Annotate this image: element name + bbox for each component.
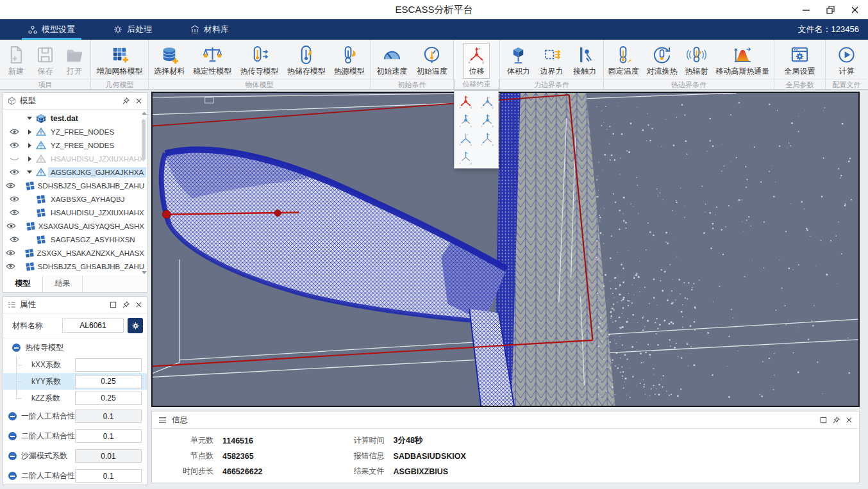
ribbon-button-contact-force[interactable]: 接触力	[570, 43, 599, 79]
collapse-arrow[interactable]	[25, 170, 34, 174]
ribbon-button-add-mesh-model[interactable]: 增加网格模型	[94, 43, 146, 79]
viewport-3d[interactable]	[151, 92, 860, 407]
displacement-option-7[interactable]: zxy	[457, 149, 474, 166]
ribbon-button-stability-model[interactable]: 稳定性模型	[190, 43, 235, 79]
displacement-option-2[interactable]: zxy	[479, 93, 496, 110]
ribbon-button-heat-source-model[interactable]: 热源模型	[331, 43, 368, 79]
tab-model[interactable]: 模型	[3, 276, 43, 292]
tab-material-library[interactable]: 材料库	[180, 19, 239, 40]
ribbon-group-label: 物体模型	[149, 79, 370, 90]
pin-icon[interactable]	[833, 417, 840, 424]
property-input[interactable]	[75, 410, 142, 423]
kyy-input[interactable]	[75, 375, 142, 388]
pin-icon[interactable]	[122, 301, 129, 308]
eye-closed-icon[interactable]	[3, 154, 25, 163]
expand-arrow[interactable]	[25, 117, 34, 120]
ribbon-button-select-material[interactable]: 选择材料	[151, 43, 188, 79]
collapse-section-icon[interactable]	[8, 472, 17, 480]
eye-icon[interactable]	[3, 168, 25, 176]
displacement-option-3[interactable]: zxy	[457, 112, 474, 128]
ribbon-button-body-force[interactable]: 体积力	[504, 43, 533, 79]
displacement-option-5[interactable]: zxy	[457, 131, 474, 147]
ribbon-button-heat-conduction-model[interactable]: 热传导模型	[237, 43, 281, 79]
restore-button[interactable]	[821, 2, 840, 17]
heat-conduction-section[interactable]: 热传导模型	[3, 338, 147, 356]
collapse-section-icon[interactable]	[8, 452, 17, 460]
ribbon-button-fixed-temperature[interactable]: 固定温度	[605, 43, 642, 79]
material-settings-button[interactable]	[128, 318, 143, 333]
ribbon-button-new[interactable]: 新建	[3, 43, 29, 79]
close-icon[interactable]	[846, 417, 853, 424]
kxx-input[interactable]	[75, 358, 142, 372]
tree-scrollbar[interactable]	[141, 112, 146, 274]
expand-arrow[interactable]	[25, 129, 34, 135]
svg-text:y: y	[470, 143, 472, 146]
tree-row[interactable]: YZ_FREE_NODES	[3, 125, 147, 138]
tree-row[interactable]: XAGBSXG_AYHAQBJ	[3, 192, 147, 206]
svg-text:y: y	[470, 162, 472, 165]
maximize-icon[interactable]	[820, 417, 827, 424]
tree-row[interactable]: XSAXGAUS_AISYAQSH_ASHX	[3, 219, 147, 233]
close-icon[interactable]	[135, 97, 142, 104]
scrollbar-thumb[interactable]	[142, 119, 146, 160]
tree-row[interactable]: ZSXGX_HSAKAZNZXK_AHASX	[3, 246, 147, 260]
property-input[interactable]	[75, 469, 142, 483]
pin-icon[interactable]	[122, 97, 129, 104]
tree-row-selected[interactable]: AGSGKJKG_GJHXAJKHXA	[3, 165, 147, 179]
ribbon-button-radiation[interactable]: 热辐射	[681, 43, 711, 79]
eye-icon[interactable]	[3, 208, 25, 217]
eye-icon[interactable]	[3, 141, 25, 149]
tab-model-settings[interactable]: 模型设置	[18, 19, 85, 40]
property-label: kXX系数	[31, 360, 75, 370]
tree-row[interactable]: SDHSBJZS_GHSABJHB_ZAHU	[3, 260, 147, 273]
property-input[interactable]	[75, 449, 142, 463]
ribbon-button-global-settings[interactable]: 全局设置	[781, 43, 819, 79]
eye-icon[interactable]	[3, 262, 19, 270]
displacement-option-4[interactable]: zxy	[479, 112, 496, 128]
eye-icon[interactable]	[3, 181, 19, 190]
ribbon-button-compute[interactable]: 计算	[833, 43, 860, 79]
tree-row[interactable]: HSAUHDISU_JZXIUXHAHX	[3, 152, 147, 165]
ribbon-button-initial-velocity[interactable]: 初始速度	[373, 43, 410, 79]
eye-icon[interactable]	[3, 195, 25, 203]
svg-text:z: z	[466, 114, 467, 117]
displacement-option-6[interactable]: zxy	[479, 131, 496, 147]
tree-row[interactable]: SAGFASGZ_ASYHHXSN	[3, 233, 147, 246]
tab-results[interactable]: 结果	[43, 276, 83, 292]
tab-post-processing[interactable]: 后处理	[103, 19, 162, 40]
eye-icon[interactable]	[3, 128, 25, 136]
ribbon-button-displacement[interactable]: zxy 位移	[463, 43, 490, 79]
property-input[interactable]	[75, 429, 142, 443]
tree-row[interactable]: YZ_FREE_NODES	[3, 138, 147, 152]
expand-arrow[interactable]	[25, 143, 34, 148]
tree-row[interactable]: HSAUHDISU_JZXIUXHAHX	[3, 206, 147, 219]
displacement-option-fix-xyz[interactable]: zxy	[457, 93, 474, 110]
eye-icon[interactable]	[3, 222, 19, 230]
maximize-icon[interactable]	[110, 301, 117, 308]
expand-arrow[interactable]	[25, 156, 34, 162]
post-processing-icon	[113, 25, 122, 34]
kzz-input[interactable]	[75, 392, 142, 405]
eye-icon[interactable]	[3, 235, 25, 244]
ribbon-button-moving-gaussian-heat-flux[interactable]: 移动高斯热通量	[712, 43, 772, 79]
ribbon-button-heat-storage-model[interactable]: 热储存模型	[284, 43, 329, 79]
ribbon-button-initial-temperature[interactable]: 初始温度	[413, 43, 451, 79]
ribbon-button-boundary-force[interactable]: 边界力	[537, 43, 567, 79]
collapse-section-icon[interactable]	[8, 432, 17, 440]
minimize-button[interactable]	[796, 2, 815, 17]
ribbon-button-open[interactable]: 打开	[62, 43, 88, 79]
collapse-section-icon[interactable]	[12, 344, 21, 352]
ribbon-button-convection[interactable]: 对流换热	[644, 43, 681, 79]
close-icon[interactable]	[135, 301, 142, 308]
close-button[interactable]	[845, 2, 864, 17]
initial-velocity-icon	[382, 45, 402, 65]
ribbon-group-label: 项目	[0, 79, 90, 90]
svg-text:z: z	[466, 95, 467, 98]
eye-icon[interactable]	[3, 249, 18, 257]
tree-row-root[interactable]: test.dat	[3, 112, 147, 125]
element-group-icon	[34, 208, 48, 218]
material-name-input[interactable]	[62, 319, 124, 333]
ribbon-button-save[interactable]: 保存	[32, 43, 58, 79]
tree-row[interactable]: SDHSBJZS_GHSABJHB_ZAHU	[3, 179, 147, 192]
collapse-section-icon[interactable]	[8, 412, 17, 420]
